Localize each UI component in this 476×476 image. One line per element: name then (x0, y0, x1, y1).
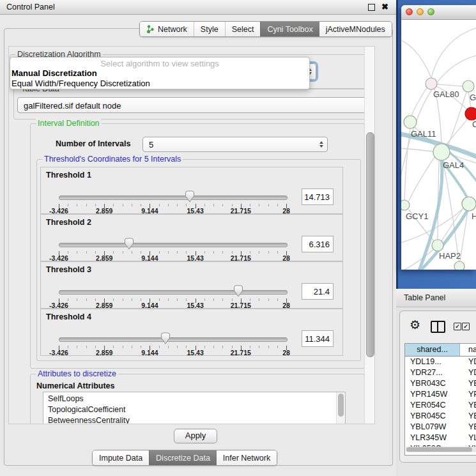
tab-cyni-toolbox[interactable]: Cyni Toolbox (260, 22, 319, 36)
threshold-2-value-field[interactable]: 6.316 (302, 236, 334, 252)
table-cell[interactable]: YBR043C (405, 378, 460, 389)
slider-handle[interactable] (160, 332, 171, 344)
number-of-intervals-label: Number of Intervals (56, 139, 130, 148)
attributes-list-scrollbar[interactable] (336, 392, 345, 424)
tab-select[interactable]: Select (225, 22, 261, 36)
table-row[interactable]: YBL079WYBL0 (405, 422, 476, 433)
table-cell[interactable]: YBR0 (460, 411, 476, 422)
tab-infer-network[interactable]: Infer Network (217, 450, 277, 465)
node-red-selected[interactable] (465, 107, 476, 120)
table-cell[interactable]: YER0 (460, 400, 476, 411)
tab-network[interactable]: Network (140, 22, 194, 36)
algorithm-option-manual[interactable]: Manual Discretization (10, 68, 309, 79)
node-h[interactable] (462, 197, 476, 211)
table-cell[interactable]: YDL1 (460, 357, 476, 367)
table-cell[interactable]: YER054C (405, 400, 460, 411)
window-title: Control Panel (6, 3, 55, 12)
slider-handle[interactable] (233, 285, 243, 297)
node-gal4[interactable] (433, 144, 450, 160)
threshold-2-label: Threshold 2 (46, 218, 91, 227)
node-gcy1[interactable] (401, 200, 410, 210)
table-row[interactable]: YBR043CYBR0 (405, 378, 476, 389)
column-header-shared[interactable]: shared... (405, 344, 460, 356)
scrollbar-thumb[interactable] (366, 132, 374, 357)
network-window-titlebar[interactable] (401, 5, 476, 20)
number-of-intervals-combobox[interactable]: 5 (142, 137, 328, 152)
tab-discretize-data[interactable]: Discretize Data (149, 450, 217, 465)
table-cell[interactable]: YPR1 (460, 389, 476, 400)
slider-tick-labels: -3.4262.8599.14415.4321.71528 (59, 254, 286, 261)
threshold-3-slider[interactable] (59, 285, 286, 299)
close-window-button[interactable]: ✖ (381, 2, 388, 12)
float-window-button[interactable] (368, 4, 375, 11)
algorithm-option-equal-width[interactable]: Equal Width/Frequency Discretization (10, 79, 309, 89)
close-traffic-light-icon[interactable] (406, 8, 413, 15)
tab-jactivemnodules[interactable]: jActiveMNodules (319, 22, 392, 36)
slider-tick-labels: -3.4262.8599.14415.4321.71528 (59, 207, 286, 214)
tab-style[interactable]: Style (194, 22, 225, 36)
network-canvas[interactable]: GAL80 GA C GAL11 GAL4 GCY1 H HAP2 (401, 20, 476, 270)
table-cell[interactable]: YDR27... (405, 367, 460, 378)
attribute-item[interactable]: BetweennessCentrality (43, 415, 345, 424)
table-row[interactable]: YBR045CYBR0 (405, 411, 476, 422)
checkbox-icon[interactable]: ✓ (454, 323, 461, 330)
threshold-4-value-field[interactable]: 11.344 (302, 330, 334, 347)
node-label-gal11: GAL11 (411, 129, 436, 139)
threshold-4-slider[interactable] (59, 332, 286, 346)
algorithm-dropdown-popup: Select algorithm to view settings Manual… (10, 57, 310, 89)
slider-handle[interactable] (124, 238, 134, 250)
threshold-3-value-field[interactable]: 21.4 (302, 283, 334, 300)
network-icon (146, 25, 155, 33)
zoom-traffic-light-icon[interactable] (427, 8, 434, 15)
network-view-window[interactable]: GAL80 GA C GAL11 GAL4 GCY1 H HAP2 (401, 5, 476, 270)
gear-icon[interactable]: ⚙ (410, 319, 420, 331)
table-horizontal-scrollbar[interactable] (406, 447, 476, 452)
table-data-combobox[interactable]: galFiltered.sif default node (17, 97, 375, 113)
table-cell[interactable]: YDR2 (460, 367, 476, 378)
attribute-item[interactable]: SelfLoops (43, 394, 345, 404)
minimize-traffic-light-icon[interactable] (417, 8, 424, 15)
table-cell[interactable]: YLR3 (460, 433, 476, 443)
table-row[interactable]: YDL19...YDL1 (405, 357, 476, 367)
table-cell[interactable]: YBR045C (405, 411, 460, 422)
split-pane-icon[interactable] (431, 321, 445, 333)
node-gal11[interactable] (404, 116, 417, 128)
slider-track[interactable] (59, 290, 288, 295)
table-row[interactable]: YPR145WYPR1 (405, 389, 476, 400)
attribute-item[interactable]: TopologicalCoefficient (43, 404, 345, 415)
attributes-group-title: Attributes to discretize (36, 369, 118, 378)
apply-button[interactable]: Apply (174, 429, 217, 443)
node-label-gal4: GAL4 (443, 160, 464, 170)
table-data-value: galFiltered.sif default node (24, 100, 121, 110)
slider-track[interactable] (59, 243, 288, 247)
table-cell[interactable]: YPR145W (405, 389, 460, 400)
table-row[interactable]: YER054CYER0 (405, 400, 476, 411)
node-bottom-partial[interactable] (454, 261, 464, 270)
table-cell[interactable]: YBR0 (460, 378, 476, 389)
slider-track[interactable] (59, 337, 288, 342)
slider-handle[interactable] (185, 190, 195, 203)
table-cell[interactable]: YLR345W (405, 433, 460, 443)
table-cell[interactable]: YDL19... (405, 357, 460, 367)
table-cell[interactable]: YBL0 (460, 422, 476, 433)
threshold-1-value-field[interactable]: 14.713 (302, 188, 334, 205)
threshold-1-slider[interactable] (59, 190, 286, 204)
scrollbar-thumb[interactable] (406, 447, 472, 452)
node-label-gal80: GAL80 (433, 89, 459, 99)
column-header-name[interactable]: na (460, 344, 476, 356)
node-ga[interactable] (463, 81, 474, 92)
table-panel-title: Table Panel (404, 289, 445, 307)
node-table: shared... na YDL19...YDL1YDR27...YDR2YBR… (404, 343, 476, 456)
settings-vertical-scrollbar[interactable] (364, 47, 375, 424)
node-label-h: H (472, 211, 476, 221)
table-cell[interactable]: YBL079W (405, 422, 460, 433)
checkbox-icon[interactable]: ✓ (462, 323, 470, 330)
interval-definition-title: Interval Definition (36, 119, 102, 128)
tab-impute-data[interactable]: Impute Data (93, 450, 149, 465)
node-hap2[interactable] (432, 240, 443, 251)
table-row[interactable]: YLR345WYLR3 (405, 433, 476, 443)
threshold-2-slider[interactable] (59, 238, 286, 252)
slider-track[interactable] (59, 196, 288, 200)
table-row[interactable]: YDR27...YDR2 (405, 367, 476, 378)
node-gal80[interactable] (426, 78, 437, 89)
